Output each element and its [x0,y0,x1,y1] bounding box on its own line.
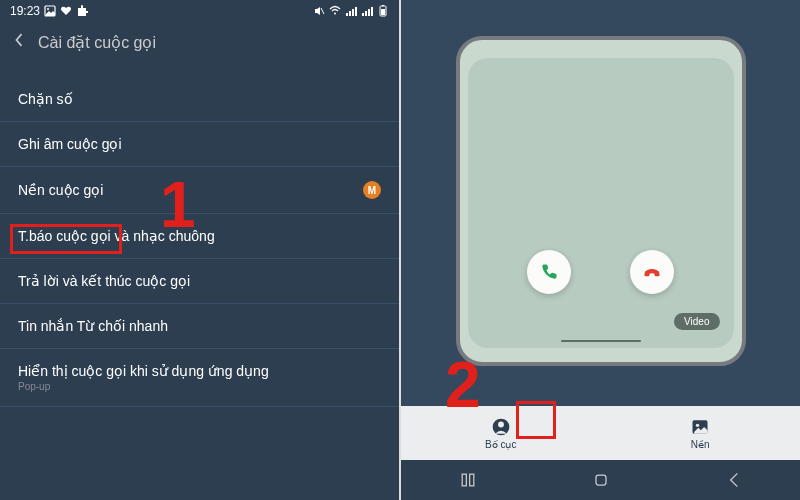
list-item-label: Chặn số [18,91,73,107]
page-title: Cài đặt cuộc gọi [38,33,156,52]
nav-recent-icon[interactable] [456,468,480,492]
svg-rect-4 [346,13,348,16]
phone-screen: Video [468,58,734,348]
svg-rect-13 [381,9,385,15]
svg-rect-11 [371,7,373,16]
list-item-content: Hiển thị cuộc gọi khi sử dụng ứng dụng P… [18,363,269,392]
list-item-answer-end[interactable]: Trả lời và kết thúc cuộc gọi [0,259,399,304]
svg-rect-9 [365,11,367,16]
puzzle-icon [76,5,88,17]
home-indicator [561,340,641,342]
decline-button[interactable] [630,250,674,294]
status-bar: 19:23 [0,0,399,22]
page-header: Cài đặt cuộc gọi [0,22,399,63]
list-item-sublabel: Pop-up [18,381,269,392]
svg-rect-19 [462,474,466,486]
svg-point-16 [498,421,504,427]
nav-home-icon[interactable] [589,468,613,492]
svg-rect-14 [382,5,384,6]
tab-label: Bố cục [485,439,516,450]
image-icon [690,417,710,437]
list-item-alerts-ringtone[interactable]: T.báo cuộc gọi và nhạc chuông [0,214,399,259]
status-right [313,5,389,17]
battery-icon [377,5,389,17]
system-nav-bar [401,460,800,500]
step-number-2: 2 [445,348,481,422]
list-item-record-call[interactable]: Ghi âm cuộc gọi [0,122,399,167]
video-badge: Video [674,313,719,330]
status-left: 19:23 [10,4,88,18]
svg-point-18 [696,423,699,426]
svg-point-3 [334,13,336,15]
list-item-label: Tin nhắn Từ chối nhanh [18,318,168,334]
call-buttons-row [468,250,734,294]
wifi-icon [329,5,341,17]
svg-rect-21 [596,475,606,485]
answer-button[interactable] [527,250,571,294]
settings-screen: 19:23 [0,0,401,500]
preview-screen: Video Bố cục Nền 2 [401,0,800,500]
signal2-icon [361,5,373,17]
list-item-label: Nền cuộc gọi [18,182,103,198]
svg-point-1 [47,8,49,10]
list-item-label: Trả lời và kết thúc cuộc gọi [18,273,190,289]
svg-line-2 [321,8,324,14]
mute-icon [313,5,325,17]
gallery-icon [44,5,56,17]
settings-list: Chặn số Ghi âm cuộc gọi Nền cuộc gọi M T… [0,77,399,407]
signal-icon [345,5,357,17]
tab-background[interactable]: Nền [601,406,801,460]
svg-rect-6 [352,9,354,16]
clock-label: 19:23 [10,4,40,18]
person-icon [491,417,511,437]
svg-rect-20 [469,474,473,486]
back-icon[interactable] [14,32,24,53]
svg-rect-8 [362,13,364,16]
list-item-block-number[interactable]: Chặn số [0,77,399,122]
tab-label: Nền [691,439,710,450]
step-number-1: 1 [160,168,196,242]
m-badge: M [363,181,381,199]
svg-rect-7 [355,7,357,16]
list-item-call-background[interactable]: Nền cuộc gọi M [0,167,399,214]
phone-wrapper: Video [401,0,800,406]
nav-back-icon[interactable] [722,468,746,492]
list-item-quick-decline[interactable]: Tin nhắn Từ chối nhanh [0,304,399,349]
heart-icon [60,5,72,17]
svg-rect-5 [349,11,351,16]
list-item-label: Ghi âm cuộc gọi [18,136,122,152]
list-item-label: Hiển thị cuộc gọi khi sử dụng ứng dụng [18,363,269,379]
svg-rect-10 [368,9,370,16]
tab-layout[interactable]: Bố cục [401,406,601,460]
phone-mockup: Video [456,36,746,366]
list-item-show-call-in-app[interactable]: Hiển thị cuộc gọi khi sử dụng ứng dụng P… [0,349,399,407]
